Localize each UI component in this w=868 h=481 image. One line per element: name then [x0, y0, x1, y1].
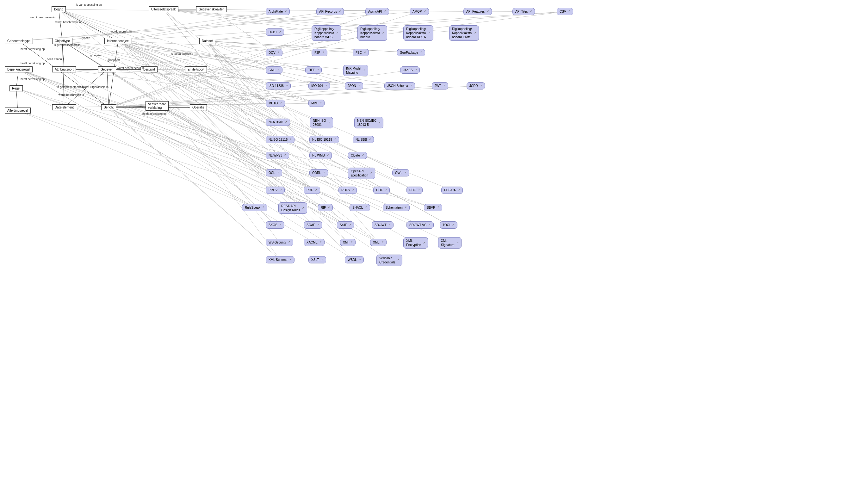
- standard-node-xacml[interactable]: XACML ↗: [304, 239, 324, 246]
- standard-node-archimate[interactable]: ArchiMate ↗: [266, 8, 290, 15]
- standard-node-json_schema[interactable]: JSON Schema ↗: [384, 82, 415, 90]
- standard-node-odrl[interactable]: ODRL ↗: [309, 169, 328, 177]
- standard-node-shacl[interactable]: SHACL ↗: [349, 204, 370, 211]
- concept-node-operatie[interactable]: Operatie: [190, 104, 207, 110]
- standard-node-rulespeak[interactable]: RuleSpeak ↗: [242, 204, 267, 211]
- standard-node-mdto[interactable]: MDTO ↗: [266, 100, 285, 107]
- standard-node-label-skos: SKOS: [269, 223, 277, 227]
- standard-node-digikoppeling_ebms[interactable]: Digikoppeling/ Koppelvlaksta ndaard ↗: [358, 25, 387, 41]
- standard-node-digikoppeling_wus[interactable]: Digikoppeling/ Koppelvlaksta ndaard WUS …: [312, 25, 341, 41]
- standard-node-api_tiles[interactable]: API Tiles ↗: [513, 8, 535, 15]
- standard-node-digikoppeling_rest[interactable]: Digikoppeling/ Koppelvlaksta ndaard REST…: [403, 25, 433, 41]
- standard-node-geopackage[interactable]: GeoPackage ↗: [397, 49, 425, 56]
- standard-node-xml_encryption[interactable]: XML Encryption ↗: [403, 237, 428, 249]
- standard-node-f3p[interactable]: F3P ↗: [312, 49, 328, 56]
- standard-node-dqv[interactable]: DQV ↗: [266, 49, 282, 56]
- standard-node-gml[interactable]: GML ↗: [266, 66, 282, 74]
- standard-node-jwt[interactable]: JWT ↗: [432, 82, 448, 90]
- standard-node-iso_704[interactable]: ISO 704 ↗: [308, 82, 330, 90]
- standard-node-ws_security[interactable]: WS-Security ↗: [266, 239, 293, 246]
- standard-node-dcbt[interactable]: DCBT ↗: [266, 28, 284, 36]
- concept-node-uitwisselafspraak[interactable]: Uitwisselafspraak: [149, 6, 178, 12]
- standard-node-wsdl[interactable]: WSDL ↗: [345, 256, 364, 263]
- svg-line-30: [62, 41, 276, 103]
- standard-node-mim[interactable]: MIM ↗: [308, 100, 324, 107]
- standard-node-fsc[interactable]: FSC ↗: [353, 49, 369, 56]
- standard-node-label-amqp: AMQP: [412, 9, 422, 13]
- concept-node-afleidingsregel[interactable]: Afleidingsregel: [5, 107, 31, 114]
- standard-node-openapi_spec[interactable]: OpenAPI specification ↗: [348, 168, 375, 179]
- concept-node-gebeurtenistype[interactable]: Gebeurtenistype: [5, 38, 33, 44]
- concept-node-begrip[interactable]: Begrip: [52, 6, 66, 12]
- standard-node-stuf[interactable]: StUF ↗: [337, 221, 354, 229]
- external-link-icon: ↗: [333, 138, 336, 141]
- standard-node-digikoppeling_grote[interactable]: Digikoppeling/ Koppelvlaksta ndaard Grot…: [449, 25, 479, 41]
- external-link-icon: ↗: [381, 31, 384, 34]
- standard-node-skos[interactable]: SKOS ↗: [266, 221, 284, 229]
- standard-node-tiff[interactable]: TIFF ↗: [305, 66, 322, 74]
- external-link-icon: ↗: [369, 172, 372, 175]
- standard-node-rif[interactable]: RIF ↗: [318, 204, 333, 211]
- standard-node-odate[interactable]: ODate ↗: [348, 152, 367, 159]
- standard-node-soap[interactable]: SOAP ↗: [304, 221, 322, 229]
- concept-node-bericht[interactable]: Bericht: [101, 104, 116, 110]
- standard-node-rdf[interactable]: RDF ↗: [304, 187, 320, 194]
- standard-node-csv[interactable]: CSV ↗: [557, 8, 573, 15]
- standard-node-pdf[interactable]: PDF ↗: [406, 187, 423, 194]
- standard-node-schematron[interactable]: Schematron ↗: [383, 204, 410, 211]
- concept-node-entiteitsoort[interactable]: Entiteitsoort: [185, 66, 207, 72]
- concept-node-verif_verklaring[interactable]: Verifieerbare verklaring: [146, 101, 168, 111]
- standard-node-tooi[interactable]: TOOI ↗: [440, 221, 457, 229]
- standard-node-jcdr[interactable]: JCDR ↗: [467, 82, 485, 90]
- standard-node-iso_11838[interactable]: ISO 11838 ↗: [266, 82, 291, 90]
- standard-node-owl[interactable]: OWL ↗: [392, 169, 409, 177]
- standard-node-asyncapi[interactable]: AsyncAPI ↗: [365, 8, 389, 15]
- standard-node-sd_jwt[interactable]: SD-JWT ↗: [372, 221, 394, 229]
- concept-node-informatieobject[interactable]: Informatieobject: [104, 38, 132, 44]
- standard-node-ocl[interactable]: OCL ↗: [266, 169, 282, 177]
- edge-label-2: wordt beschreven in: [55, 21, 81, 24]
- concept-node-beperkingsregel[interactable]: Beperkingsregel: [5, 66, 33, 72]
- standard-node-rest_api_design[interactable]: REST-API Design Rules ↗: [278, 202, 307, 214]
- standard-node-sd_jwt_vc[interactable]: SD-JWT VC ↗: [406, 221, 434, 229]
- standard-node-json[interactable]: JSON ↗: [345, 82, 363, 90]
- standard-node-amqp[interactable]: AMQP ↗: [410, 8, 429, 15]
- concept-node-dataset[interactable]: Dataset: [199, 38, 215, 44]
- standard-node-nen_iso_23081[interactable]: NEN-ISO 23081 ↗: [310, 117, 333, 128]
- standard-node-label-sd_jwt_vc: SD-JWT VC: [409, 223, 426, 227]
- concept-node-data_element[interactable]: Data-element: [52, 104, 76, 110]
- external-link-icon: ↗: [381, 241, 384, 244]
- standard-node-nl_iso_19119[interactable]: NL ISO 19119 ↗: [309, 136, 339, 143]
- concept-node-gegeven[interactable]: Gegeven: [98, 66, 116, 72]
- standard-node-xmi[interactable]: XMI ↗: [340, 239, 355, 246]
- standard-node-nl_wms[interactable]: NL WMS ↗: [309, 152, 332, 159]
- standard-node-xml[interactable]: XML ↗: [370, 239, 386, 246]
- svg-line-96: [62, 41, 356, 71]
- standard-node-nl_wfs3[interactable]: NL WFS3 ↗: [266, 152, 289, 159]
- standard-node-nen_3610[interactable]: NEN 3610 ↗: [266, 119, 290, 126]
- standard-node-imx_model_mapping[interactable]: IMX Model Mapping ↗: [343, 65, 368, 76]
- standard-node-xml_signature[interactable]: XML Signature ↗: [438, 237, 462, 249]
- concept-node-attribuutsoort[interactable]: Attribuutsoort: [52, 66, 76, 72]
- standard-node-odf[interactable]: ODF ↗: [373, 187, 390, 194]
- diagram-container: BegripUitwisselafspraakGegevenskwaliteit…: [0, 0, 868, 481]
- standard-node-label-archimate: ArchiMate: [269, 9, 283, 13]
- concept-node-gegevenskwaliteit[interactable]: Gegevenskwaliteit: [196, 6, 227, 12]
- standard-node-nen_iso_iec_18013[interactable]: NEN-ISO/IEC 18013-5 ↗: [354, 117, 383, 128]
- standard-node-api_records[interactable]: API Records ↗: [316, 8, 344, 15]
- standard-node-pdf_ua[interactable]: PDF/UA ↗: [441, 187, 463, 194]
- concept-node-regel[interactable]: Regel: [9, 85, 23, 91]
- standard-node-nl_sbb[interactable]: NL-SBB ↗: [353, 136, 374, 143]
- standard-node-prov[interactable]: PROV ↗: [266, 187, 285, 194]
- standard-node-xslt[interactable]: XSLT ↗: [308, 256, 326, 263]
- standard-node-label-gml: GML: [269, 68, 276, 72]
- standard-node-api_features[interactable]: API Features ↗: [463, 8, 492, 15]
- standard-node-sbvr[interactable]: SBVR ↗: [424, 204, 442, 211]
- standard-node-jades[interactable]: JAdES ↗: [400, 66, 420, 74]
- svg-line-97: [107, 70, 346, 225]
- standard-node-label-digikoppeling_ebms: Digikoppeling/ Koppelvlaksta ndaard: [360, 27, 380, 39]
- standard-node-verifiable_credentials[interactable]: Verifiable Credentials ↗: [376, 255, 402, 266]
- standard-node-xml_schema[interactable]: XML Schema ↗: [266, 256, 294, 263]
- standard-node-rdfs[interactable]: RDFS ↗: [338, 187, 357, 194]
- standard-node-nl_bg_19115[interactable]: NL BG 19115 ↗: [266, 136, 294, 143]
